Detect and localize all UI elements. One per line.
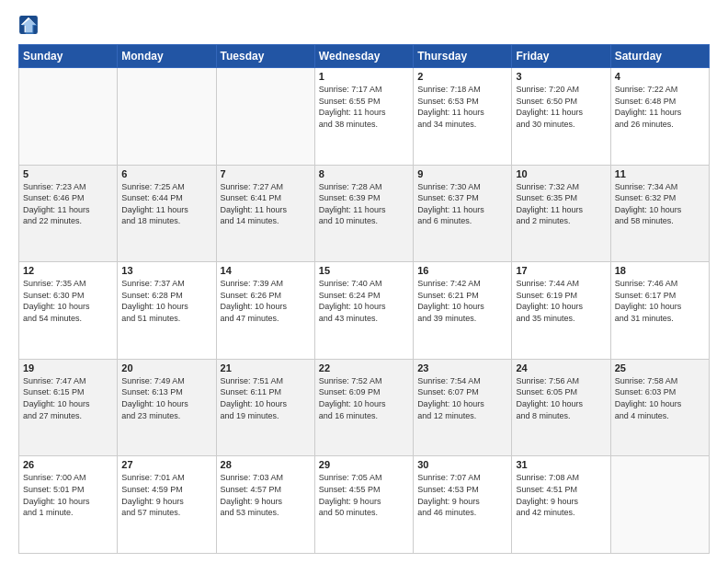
day-number: 28	[221, 459, 311, 470]
calendar-day-cell: 26Sunrise: 7:00 AM Sunset: 5:01 PM Dayli…	[19, 456, 118, 554]
day-info: Sunrise: 7:37 AM Sunset: 6:28 PM Dayligh…	[121, 278, 211, 324]
day-info: Sunrise: 7:44 AM Sunset: 6:19 PM Dayligh…	[516, 278, 606, 324]
day-number: 10	[516, 168, 606, 179]
calendar-day-cell: 20Sunrise: 7:49 AM Sunset: 6:13 PM Dayli…	[118, 359, 216, 456]
day-info: Sunrise: 7:08 AM Sunset: 4:51 PM Dayligh…	[516, 472, 606, 518]
day-number: 15	[319, 265, 409, 276]
calendar-day-cell: 17Sunrise: 7:44 AM Sunset: 6:19 PM Dayli…	[512, 262, 610, 360]
calendar-day-cell: 31Sunrise: 7:08 AM Sunset: 4:51 PM Dayli…	[512, 456, 610, 554]
day-info: Sunrise: 7:17 AM Sunset: 6:55 PM Dayligh…	[319, 84, 409, 130]
day-number: 16	[417, 265, 507, 276]
calendar-day-cell: 16Sunrise: 7:42 AM Sunset: 6:21 PM Dayli…	[414, 262, 512, 360]
day-number: 23	[417, 362, 507, 373]
day-info: Sunrise: 7:22 AM Sunset: 6:48 PM Dayligh…	[615, 84, 705, 130]
calendar-day-cell	[610, 456, 709, 554]
header	[18, 15, 710, 35]
day-number: 31	[516, 459, 606, 470]
day-info: Sunrise: 7:25 AM Sunset: 6:44 PM Dayligh…	[121, 181, 211, 227]
day-info: Sunrise: 7:47 AM Sunset: 6:15 PM Dayligh…	[23, 375, 113, 421]
day-info: Sunrise: 7:51 AM Sunset: 6:11 PM Dayligh…	[221, 375, 311, 421]
day-number: 19	[23, 362, 113, 373]
calendar-day-cell: 25Sunrise: 7:58 AM Sunset: 6:03 PM Dayli…	[610, 359, 709, 456]
calendar-day-cell: 10Sunrise: 7:32 AM Sunset: 6:35 PM Dayli…	[512, 165, 610, 262]
day-info: Sunrise: 7:00 AM Sunset: 5:01 PM Dayligh…	[23, 472, 113, 518]
day-number: 21	[221, 362, 311, 373]
calendar-day-cell: 6Sunrise: 7:25 AM Sunset: 6:44 PM Daylig…	[118, 165, 216, 262]
calendar-day-cell: 19Sunrise: 7:47 AM Sunset: 6:15 PM Dayli…	[19, 359, 118, 456]
day-info: Sunrise: 7:49 AM Sunset: 6:13 PM Dayligh…	[121, 375, 211, 421]
day-number: 4	[615, 71, 705, 82]
day-info: Sunrise: 7:42 AM Sunset: 6:21 PM Dayligh…	[417, 278, 507, 324]
calendar-day-cell: 28Sunrise: 7:03 AM Sunset: 4:57 PM Dayli…	[216, 456, 314, 554]
calendar-day-cell: 1Sunrise: 7:17 AM Sunset: 6:55 PM Daylig…	[314, 68, 413, 166]
calendar-day-header: Thursday	[414, 45, 512, 68]
day-number: 27	[121, 459, 211, 470]
day-info: Sunrise: 7:27 AM Sunset: 6:41 PM Dayligh…	[221, 181, 311, 227]
calendar-day-cell: 30Sunrise: 7:07 AM Sunset: 4:53 PM Dayli…	[414, 456, 512, 554]
day-info: Sunrise: 7:35 AM Sunset: 6:30 PM Dayligh…	[23, 278, 113, 324]
day-number: 5	[23, 168, 113, 179]
calendar-day-cell: 7Sunrise: 7:27 AM Sunset: 6:41 PM Daylig…	[216, 165, 314, 262]
calendar-day-header: Friday	[512, 45, 610, 68]
day-number: 6	[121, 168, 211, 179]
day-number: 1	[319, 71, 409, 82]
day-number: 13	[121, 265, 211, 276]
calendar-day-cell: 18Sunrise: 7:46 AM Sunset: 6:17 PM Dayli…	[610, 262, 709, 360]
day-info: Sunrise: 7:52 AM Sunset: 6:09 PM Dayligh…	[319, 375, 409, 421]
day-info: Sunrise: 7:23 AM Sunset: 6:46 PM Dayligh…	[23, 181, 113, 227]
day-number: 25	[615, 362, 705, 373]
day-info: Sunrise: 7:05 AM Sunset: 4:55 PM Dayligh…	[319, 472, 409, 518]
day-number: 17	[516, 265, 606, 276]
day-number: 20	[121, 362, 211, 373]
day-number: 22	[319, 362, 409, 373]
calendar-day-cell: 8Sunrise: 7:28 AM Sunset: 6:39 PM Daylig…	[314, 165, 413, 262]
calendar-table: SundayMondayTuesdayWednesdayThursdayFrid…	[18, 44, 710, 554]
calendar-week-row: 12Sunrise: 7:35 AM Sunset: 6:30 PM Dayli…	[19, 262, 710, 360]
calendar-day-cell: 21Sunrise: 7:51 AM Sunset: 6:11 PM Dayli…	[216, 359, 314, 456]
calendar-day-header: Monday	[118, 45, 216, 68]
day-info: Sunrise: 7:07 AM Sunset: 4:53 PM Dayligh…	[417, 472, 507, 518]
day-number: 9	[417, 168, 507, 179]
day-info: Sunrise: 7:40 AM Sunset: 6:24 PM Dayligh…	[319, 278, 409, 324]
day-number: 24	[516, 362, 606, 373]
day-number: 3	[516, 71, 606, 82]
calendar-day-cell: 9Sunrise: 7:30 AM Sunset: 6:37 PM Daylig…	[414, 165, 512, 262]
day-info: Sunrise: 7:28 AM Sunset: 6:39 PM Dayligh…	[319, 181, 409, 227]
day-info: Sunrise: 7:20 AM Sunset: 6:50 PM Dayligh…	[516, 84, 606, 130]
calendar-day-cell: 22Sunrise: 7:52 AM Sunset: 6:09 PM Dayli…	[314, 359, 413, 456]
day-info: Sunrise: 7:32 AM Sunset: 6:35 PM Dayligh…	[516, 181, 606, 227]
calendar-day-cell	[19, 68, 118, 166]
calendar-day-header: Wednesday	[314, 45, 413, 68]
calendar-day-header: Sunday	[19, 45, 118, 68]
day-number: 14	[221, 265, 311, 276]
day-number: 12	[23, 265, 113, 276]
calendar-week-row: 1Sunrise: 7:17 AM Sunset: 6:55 PM Daylig…	[19, 68, 710, 166]
calendar-day-header: Saturday	[610, 45, 709, 68]
calendar-day-cell: 15Sunrise: 7:40 AM Sunset: 6:24 PM Dayli…	[314, 262, 413, 360]
calendar-day-cell: 14Sunrise: 7:39 AM Sunset: 6:26 PM Dayli…	[216, 262, 314, 360]
calendar-day-cell: 13Sunrise: 7:37 AM Sunset: 6:28 PM Dayli…	[118, 262, 216, 360]
logo	[18, 15, 40, 35]
calendar-day-cell: 11Sunrise: 7:34 AM Sunset: 6:32 PM Dayli…	[610, 165, 709, 262]
calendar-day-cell: 23Sunrise: 7:54 AM Sunset: 6:07 PM Dayli…	[414, 359, 512, 456]
calendar-header-row: SundayMondayTuesdayWednesdayThursdayFrid…	[19, 45, 710, 68]
day-info: Sunrise: 7:46 AM Sunset: 6:17 PM Dayligh…	[615, 278, 705, 324]
day-number: 30	[417, 459, 507, 470]
day-number: 2	[417, 71, 507, 82]
day-info: Sunrise: 7:30 AM Sunset: 6:37 PM Dayligh…	[417, 181, 507, 227]
calendar-day-cell: 29Sunrise: 7:05 AM Sunset: 4:55 PM Dayli…	[314, 456, 413, 554]
calendar-week-row: 19Sunrise: 7:47 AM Sunset: 6:15 PM Dayli…	[19, 359, 710, 456]
logo-icon	[18, 15, 39, 35]
day-number: 7	[221, 168, 311, 179]
calendar-day-cell: 5Sunrise: 7:23 AM Sunset: 6:46 PM Daylig…	[19, 165, 118, 262]
calendar-week-row: 26Sunrise: 7:00 AM Sunset: 5:01 PM Dayli…	[19, 456, 710, 554]
day-number: 26	[23, 459, 113, 470]
calendar-day-cell	[118, 68, 216, 166]
day-info: Sunrise: 7:01 AM Sunset: 4:59 PM Dayligh…	[121, 472, 211, 518]
calendar-day-cell: 27Sunrise: 7:01 AM Sunset: 4:59 PM Dayli…	[118, 456, 216, 554]
calendar-day-cell: 3Sunrise: 7:20 AM Sunset: 6:50 PM Daylig…	[512, 68, 610, 166]
day-info: Sunrise: 7:03 AM Sunset: 4:57 PM Dayligh…	[221, 472, 311, 518]
day-number: 18	[615, 265, 705, 276]
calendar-day-header: Tuesday	[216, 45, 314, 68]
calendar-day-cell: 24Sunrise: 7:56 AM Sunset: 6:05 PM Dayli…	[512, 359, 610, 456]
